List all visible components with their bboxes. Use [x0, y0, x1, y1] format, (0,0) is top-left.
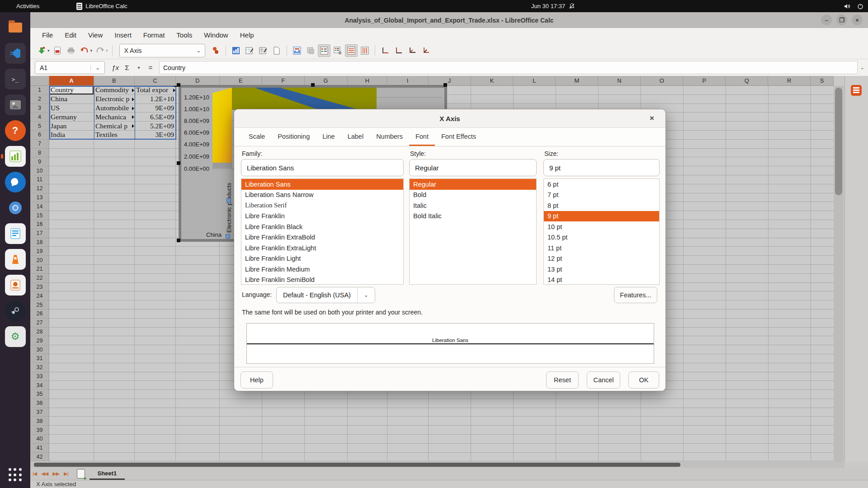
cell-K39[interactable] — [471, 426, 514, 435]
family-option-libre-franklin[interactable]: Libre Franklin — [241, 211, 403, 222]
row-header-29[interactable]: 29 — [30, 336, 49, 345]
cell-N39[interactable] — [599, 426, 641, 435]
cell-B20[interactable] — [94, 256, 135, 265]
cell-P20[interactable] — [684, 256, 726, 265]
cell-P18[interactable] — [684, 238, 726, 247]
cell-P9[interactable] — [684, 157, 726, 166]
cell-R11[interactable] — [769, 175, 811, 184]
redo-button[interactable] — [94, 44, 106, 57]
cell-A4[interactable]: Germany — [49, 113, 94, 122]
chart-resize-handle-tr[interactable] — [443, 83, 447, 87]
cell-H37[interactable] — [348, 408, 387, 417]
dock-icon-steam[interactable] — [5, 300, 26, 321]
dock-icon-app-grid[interactable] — [9, 468, 22, 482]
cell-P16[interactable] — [684, 220, 726, 229]
cell-R23[interactable] — [769, 283, 811, 292]
size-option-14-pt[interactable]: 14 pt — [544, 275, 659, 285]
legend-options-button[interactable] — [331, 44, 344, 57]
cell-S41[interactable] — [811, 444, 834, 453]
cell-E41[interactable] — [220, 444, 262, 453]
language-chevron-icon[interactable]: ⌄ — [357, 287, 375, 303]
cell-P17[interactable] — [684, 229, 726, 238]
maximize-button[interactable]: ❐ — [836, 14, 847, 25]
cell-K40[interactable] — [471, 435, 514, 444]
cell-B36[interactable] — [94, 399, 135, 408]
cell-G41[interactable] — [305, 444, 348, 453]
dock-icon-libreoffice-writer[interactable] — [5, 223, 26, 244]
cell-D33[interactable] — [176, 372, 220, 381]
sum-button[interactable]: Σ — [121, 62, 133, 74]
cell-P27[interactable] — [684, 319, 726, 328]
row-header-32[interactable]: 32 — [30, 363, 49, 372]
size-input[interactable]: 9 pt — [543, 159, 660, 176]
cell-C11[interactable] — [135, 175, 176, 184]
cell-C38[interactable] — [135, 417, 176, 426]
column-header-F[interactable]: F — [262, 76, 305, 86]
cell-J39[interactable] — [429, 426, 471, 435]
cell-S25[interactable] — [811, 300, 834, 310]
cell-O39[interactable] — [641, 426, 684, 435]
cell-O2[interactable] — [641, 95, 684, 104]
cell-S17[interactable] — [811, 229, 834, 238]
cell-R39[interactable] — [769, 426, 811, 435]
cell-F39[interactable] — [262, 426, 305, 435]
menu-tools[interactable]: Tools — [170, 28, 198, 42]
cell-R25[interactable] — [769, 300, 811, 310]
cell-D20[interactable] — [176, 256, 220, 265]
cell-A18[interactable] — [49, 238, 94, 247]
cell-C8[interactable] — [135, 149, 176, 158]
dock-icon-vlc[interactable] — [5, 249, 26, 270]
cell-Q13[interactable] — [726, 193, 769, 202]
cell-A22[interactable] — [49, 274, 94, 283]
cell-C17[interactable] — [135, 229, 176, 238]
cell-L41[interactable] — [514, 444, 556, 453]
cell-O42[interactable] — [641, 453, 684, 462]
cell-Q27[interactable] — [726, 319, 769, 328]
cell-S33[interactable] — [811, 372, 834, 381]
cell-G39[interactable] — [305, 426, 348, 435]
size-option-12-pt[interactable]: 12 pt — [544, 253, 659, 264]
cell-H35[interactable] — [348, 390, 387, 399]
dock-icon-files[interactable] — [5, 17, 26, 38]
redo-dropdown-caret[interactable]: ▾ — [106, 48, 108, 53]
dock-icon-chromium[interactable] — [5, 197, 26, 218]
horizontal-scrollbar[interactable] — [30, 462, 844, 468]
family-option-libre-franklin-light[interactable]: Libre Franklin Light — [241, 253, 403, 264]
cell-S27[interactable] — [811, 319, 834, 328]
dock-icon-messenger[interactable] — [5, 172, 26, 192]
cell-B12[interactable] — [94, 184, 135, 193]
row-header-3[interactable]: 3 — [30, 104, 49, 113]
family-option-libre-franklin-medium[interactable]: Libre Franklin Medium — [241, 264, 403, 275]
cell-Q17[interactable] — [726, 229, 769, 238]
cell-R21[interactable] — [769, 265, 811, 274]
cell-R17[interactable] — [769, 229, 811, 238]
cell-B11[interactable] — [94, 175, 135, 184]
cell-R33[interactable] — [769, 372, 811, 381]
cell-I38[interactable] — [387, 417, 429, 426]
name-box[interactable]: A1 ⌄ — [35, 61, 105, 74]
cell-D26[interactable] — [176, 310, 220, 319]
cell-H39[interactable] — [348, 426, 387, 435]
cell-B5[interactable]: Chemical p — [94, 122, 135, 131]
cell-S6[interactable] — [811, 131, 834, 140]
cell-C42[interactable] — [135, 453, 176, 462]
cell-I39[interactable] — [387, 426, 429, 435]
cell-A24[interactable] — [49, 291, 94, 300]
cell-B34[interactable] — [94, 381, 135, 390]
row-header-36[interactable]: 36 — [30, 399, 49, 408]
size-option-6-pt[interactable]: 6 pt — [544, 179, 659, 190]
cell-C32[interactable] — [135, 363, 176, 372]
cell-L2[interactable] — [514, 95, 556, 104]
cell-Q29[interactable] — [726, 336, 769, 345]
cell-Q39[interactable] — [726, 426, 769, 435]
cell-S4[interactable] — [811, 113, 834, 122]
cell-A12[interactable] — [49, 184, 94, 193]
cell-B7[interactable] — [94, 140, 135, 149]
cell-B42[interactable] — [94, 453, 135, 462]
cell-P42[interactable] — [684, 453, 726, 462]
cell-A13[interactable] — [49, 193, 94, 202]
cell-S5[interactable] — [811, 122, 834, 131]
cell-S35[interactable] — [811, 390, 834, 399]
cell-P30[interactable] — [684, 345, 726, 354]
cell-N2[interactable] — [599, 95, 641, 104]
